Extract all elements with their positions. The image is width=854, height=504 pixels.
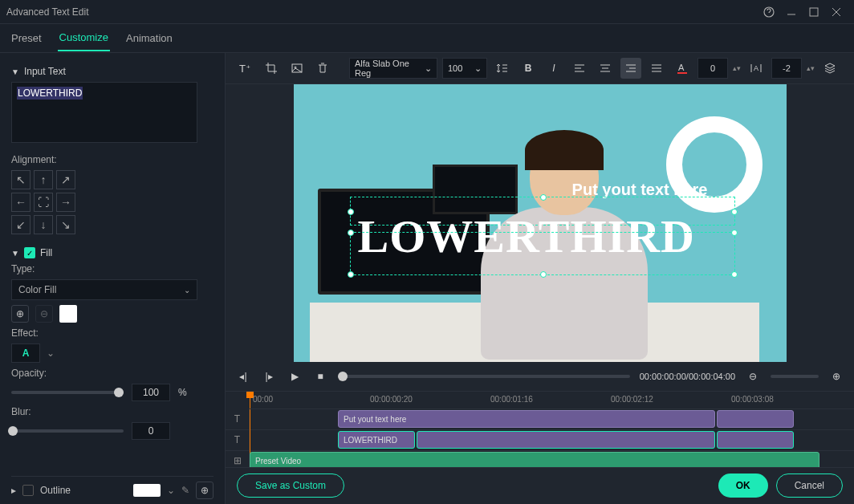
scrubber[interactable] <box>338 375 630 378</box>
align-bottom-left[interactable]: ↙ <box>11 215 31 234</box>
sidebar: ▼ Input Text LOWERTHIRD Alignment: ↖ ↑ ↗… <box>0 53 225 504</box>
slider-thumb[interactable] <box>8 426 18 436</box>
align-center-icon[interactable] <box>595 58 616 79</box>
tab-customize[interactable]: Customize <box>58 25 110 51</box>
slider-thumb[interactable] <box>114 388 124 397</box>
align-left[interactable]: ← <box>11 193 31 212</box>
char-spacing-input[interactable]: 0 <box>697 58 728 79</box>
maximize-button[interactable] <box>803 1 825 23</box>
scrubber-thumb[interactable] <box>338 372 348 381</box>
align-top-left[interactable]: ↖ <box>11 170 31 189</box>
font-size-select[interactable]: 100⌄ <box>442 58 487 79</box>
eyedropper-icon[interactable]: ✎ <box>181 485 189 496</box>
chevron-down-icon[interactable]: ⌄ <box>167 485 175 496</box>
align-justify-icon[interactable] <box>646 58 667 79</box>
remove-color-button[interactable]: ⊖ <box>35 305 53 323</box>
text-track-icon[interactable]: T <box>226 429 250 450</box>
align-top-right[interactable]: ↗ <box>56 170 75 189</box>
text-track-2: T LOWERTHIRD <box>226 430 854 451</box>
add-outline-button[interactable]: ⊕ <box>196 482 214 499</box>
font-select[interactable]: Alfa Slab One Reg⌄ <box>349 58 437 79</box>
opacity-value[interactable]: 100 <box>132 384 170 401</box>
step-forward-button[interactable]: |▸ <box>261 368 277 384</box>
align-center[interactable]: ⛶ <box>34 193 53 212</box>
text-toolbar: T+ Alfa Slab One Reg⌄ 100⌄ B I A 0 ▴▾ A … <box>226 53 854 84</box>
add-text-icon[interactable]: T+ <box>235 58 256 79</box>
alignment-grid: ↖ ↑ ↗ ← ⛶ → ↙ ↓ ↘ <box>11 170 214 234</box>
clip-text-1[interactable]: Put yout text here <box>338 410 715 428</box>
cancel-button[interactable]: Cancel <box>776 474 843 498</box>
delete-icon[interactable] <box>312 58 333 79</box>
align-right-icon[interactable] <box>620 58 641 79</box>
fill-type-select[interactable]: Color Fill ⌄ <box>11 279 197 300</box>
save-custom-button[interactable]: Save as Custom <box>237 474 344 498</box>
clip-video[interactable]: Preset Video <box>250 452 819 466</box>
zoom-slider[interactable] <box>771 375 819 378</box>
bold-icon[interactable]: B <box>518 58 539 79</box>
align-bottom-right[interactable]: ↘ <box>56 215 75 234</box>
effect-preset-button[interactable]: A <box>11 343 40 363</box>
spinner-icon[interactable]: ▴▾ <box>807 64 815 72</box>
svg-text:A: A <box>754 64 758 72</box>
crop-icon[interactable] <box>261 58 282 79</box>
clip-text-2b[interactable] <box>417 431 715 449</box>
outline-color-swatch[interactable] <box>133 484 161 497</box>
clip-text-2c[interactable] <box>717 431 794 449</box>
blur-slider[interactable] <box>11 429 124 433</box>
outline-checkbox[interactable] <box>22 485 34 496</box>
alignment-label: Alignment: <box>11 154 214 165</box>
tab-preset[interactable]: Preset <box>10 26 43 51</box>
text-input-value: LOWERTHIRD <box>17 87 83 100</box>
image-icon[interactable] <box>287 58 307 79</box>
align-left-icon[interactable] <box>569 58 590 79</box>
video-track-icon[interactable]: ⊞ <box>226 450 250 466</box>
fill-type-value: Color Fill <box>18 284 56 295</box>
preview-canvas[interactable]: Put yout text here LOWERTHIRD <box>226 84 854 362</box>
fill-color-swatch[interactable] <box>59 305 77 323</box>
text-track-icon[interactable]: T <box>226 408 250 429</box>
stop-button[interactable]: ■ <box>312 368 328 384</box>
opacity-slider[interactable] <box>11 391 124 394</box>
timecode: 00:00:00:00/00:00:04:00 <box>640 372 735 381</box>
spinner-icon[interactable]: ▴▾ <box>733 64 741 72</box>
chevron-down-icon[interactable]: ⌄ <box>47 348 55 359</box>
opacity-label: Opacity: <box>11 368 214 379</box>
play-button[interactable]: ▶ <box>287 368 303 384</box>
timeline-ruler[interactable]: 00:00 00:00:00:20 00:00:01:16 00:00:02:1… <box>250 392 854 409</box>
section-input-text[interactable]: ▼ Input Text <box>11 66 214 77</box>
text-input[interactable]: LOWERTHIRD <box>11 82 197 143</box>
line-spacing-icon[interactable] <box>492 58 513 79</box>
add-color-button[interactable]: ⊕ <box>11 305 29 323</box>
clip-text-2a[interactable]: LOWERTHIRD <box>338 431 415 449</box>
chevron-down-icon: ⌄ <box>425 63 432 74</box>
line-spacing-input[interactable]: -2 <box>771 58 802 79</box>
blur-value[interactable]: 0 <box>132 422 170 440</box>
section-fill[interactable]: ▼ ✓ Fill <box>11 247 214 258</box>
step-back-button[interactable]: ◂| <box>235 368 251 384</box>
close-button[interactable] <box>825 1 848 23</box>
selection-box-main[interactable] <box>350 232 735 275</box>
playback-controls: ◂| |▸ ▶ ■ 00:00:00:00/00:00:04:00 ⊖ ⊕ <box>226 362 854 391</box>
minimize-button[interactable] <box>780 1 803 23</box>
help-button[interactable] <box>758 1 780 23</box>
zoom-in-button[interactable]: ⊕ <box>828 368 844 384</box>
fill-label: Fill <box>40 247 52 258</box>
tab-animation[interactable]: Animation <box>124 26 174 51</box>
layers-icon[interactable] <box>819 58 840 79</box>
italic-icon[interactable]: I <box>543 58 564 79</box>
align-right[interactable]: → <box>56 193 75 212</box>
video-track: ⊞ Preset Video <box>226 451 854 467</box>
footer: Save as Custom OK Cancel <box>226 467 854 504</box>
align-top[interactable]: ↑ <box>34 170 53 189</box>
caret-down-icon: ▼ <box>11 67 19 76</box>
text-color-icon[interactable]: A <box>672 58 693 79</box>
zoom-out-button[interactable]: ⊖ <box>745 368 761 384</box>
clip-text-1b[interactable] <box>717 410 794 428</box>
fill-checkbox[interactable]: ✓ <box>24 247 35 258</box>
letter-spacing-icon[interactable]: A <box>746 58 767 79</box>
chevron-down-icon: ⌄ <box>474 63 482 74</box>
ok-button[interactable]: OK <box>718 474 768 498</box>
align-bottom[interactable]: ↓ <box>34 215 53 234</box>
svg-rect-10 <box>677 72 687 74</box>
section-outline[interactable]: ▸ Outline ⌄ ✎ ⊕ <box>11 476 214 504</box>
